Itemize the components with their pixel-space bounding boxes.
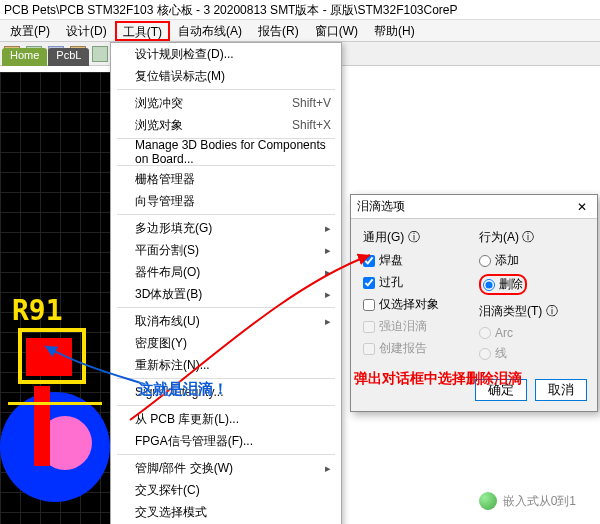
refdes-label: R91 (12, 294, 63, 327)
menu-item-label: Manage 3D Bodies for Components on Board… (135, 138, 331, 166)
opt-delete[interactable]: 删除 (483, 276, 523, 293)
menu-item-label: 设计规则检查(D)... (135, 46, 234, 63)
menu-item[interactable]: 复位错误标志(M) (111, 65, 341, 87)
tool-icon[interactable] (92, 46, 108, 62)
menu-item-label: 浏览冲突 (135, 95, 183, 112)
menu-item[interactable]: 浏览冲突Shift+V (111, 92, 341, 114)
highlight-circle: 删除 (479, 274, 527, 295)
document-tabs: Home PcbL (2, 48, 89, 66)
menu-place[interactable]: 放置(P) (2, 20, 58, 42)
menubar: 放置(P) 设计(D) 工具(T) 自动布线(A) 报告(R) 窗口(W) 帮助… (0, 20, 600, 42)
menu-item-label: 多边形填充(G) (135, 220, 212, 237)
menu-item[interactable]: 栅格管理器 (111, 168, 341, 190)
menu-report[interactable]: 报告(R) (250, 20, 307, 42)
menu-item[interactable]: 设计规则检查(D)... (111, 43, 341, 65)
menu-item-label: 复位错误标志(M) (135, 68, 225, 85)
menu-item[interactable]: 管脚/部件 交换(W) (111, 457, 341, 479)
menu-item[interactable]: Manage 3D Bodies for Components on Board… (111, 141, 341, 163)
annotation-dialog: 弹出对话框中选择删除泪滴 (354, 370, 522, 388)
opt-line: 线 (479, 345, 585, 362)
group-general: 通用(G) ⓘ (363, 229, 469, 246)
window-titlebar: PCB Pets\PCB STM32F103 核心板 - 3 20200813 … (0, 0, 600, 20)
tab-pcb[interactable]: PcbL (48, 48, 89, 66)
group-td-type: 泪滴类型(T) ⓘ (479, 303, 585, 320)
menu-item[interactable]: 多边形填充(G) (111, 217, 341, 239)
cancel-button[interactable]: 取消 (535, 379, 587, 401)
help-icon[interactable]: ⓘ (408, 230, 420, 244)
menu-item[interactable]: 浏览对象Shift+X (111, 114, 341, 136)
menu-tools[interactable]: 工具(T) (115, 21, 170, 41)
menu-shortcut: Shift+V (292, 96, 331, 110)
menu-item-label: FPGA信号管理器(F)... (135, 433, 253, 450)
menu-item[interactable]: FPGA信号管理器(F)... (111, 430, 341, 452)
menu-item-label: 栅格管理器 (135, 171, 195, 188)
menu-item-label: 交叉探针(C) (135, 482, 200, 499)
menu-item[interactable]: 交叉探针(C) (111, 479, 341, 501)
menu-item[interactable]: 向导管理器 (111, 190, 341, 212)
group-action: 行为(A) ⓘ (479, 229, 585, 246)
opt-arc: Arc (479, 326, 585, 340)
opt-add[interactable]: 添加 (479, 252, 585, 269)
tab-label: Home (10, 49, 39, 61)
silk-line (8, 402, 102, 482)
tab-label: PcbL (56, 49, 81, 61)
pcb-canvas[interactable]: R91 (0, 72, 110, 524)
menu-design[interactable]: 设计(D) (58, 20, 115, 42)
menu-autoroute[interactable]: 自动布线(A) (170, 20, 250, 42)
menu-item-label: 交叉选择模式 (135, 504, 207, 521)
menu-item-label: 管脚/部件 交换(W) (135, 460, 233, 477)
tab-home[interactable]: Home (2, 48, 47, 66)
wechat-icon (479, 492, 497, 510)
dialog-title: 泪滴选项 (357, 198, 405, 215)
menu-item-label: 浏览对象 (135, 117, 183, 134)
menu-window[interactable]: 窗口(W) (307, 20, 366, 42)
menu-item-label: 向导管理器 (135, 193, 195, 210)
help-icon[interactable]: ⓘ (546, 304, 558, 318)
help-icon[interactable]: ⓘ (522, 230, 534, 244)
menu-item[interactable]: 交叉选择模式 (111, 501, 341, 523)
annotation-teardrop: 这就是泪滴！ (138, 380, 228, 399)
close-icon[interactable]: ✕ (573, 200, 591, 214)
menu-help[interactable]: 帮助(H) (366, 20, 423, 42)
menu-shortcut: Shift+X (292, 118, 331, 132)
watermark: 嵌入式从0到1 (479, 492, 576, 510)
